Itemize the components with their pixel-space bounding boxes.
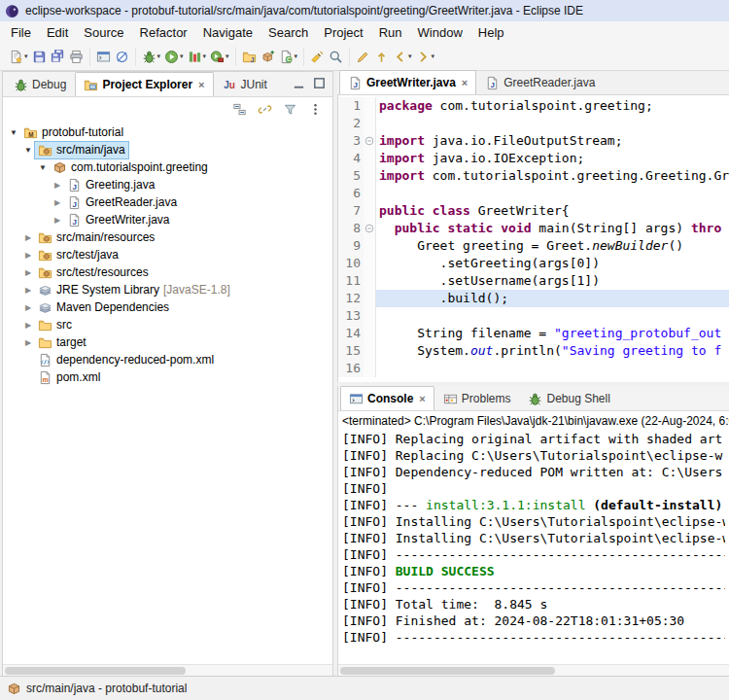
tab-console[interactable]: Console× <box>340 386 434 410</box>
code-line: 3import java.io.FileOutputStream; <box>338 132 729 150</box>
expand-arrow-icon[interactable]: ▶ <box>21 303 35 312</box>
last-edit-location-button[interactable] <box>372 48 391 66</box>
fold-marker-icon[interactable] <box>364 220 376 237</box>
close-icon[interactable]: × <box>419 393 425 404</box>
tree-item-src[interactable]: ▶src <box>3 316 332 333</box>
debug-button[interactable]: ▾ <box>140 48 163 66</box>
tab-greetreader-java[interactable]: JGreetReader.java <box>476 70 604 94</box>
dropdown-arrow-icon[interactable]: ▾ <box>24 52 28 60</box>
menu-project[interactable]: Project <box>316 22 370 43</box>
back-button[interactable]: ▾ <box>391 48 414 66</box>
code-editor[interactable]: 1package com.tutorialspoint.greeting;23i… <box>337 95 729 382</box>
console-horizontal-scrollbar[interactable] <box>338 664 729 676</box>
dropdown-arrow-icon[interactable]: ▾ <box>295 52 298 60</box>
expand-arrow-icon[interactable]: ▶ <box>21 268 35 277</box>
dropdown-arrow-icon[interactable]: ▾ <box>408 52 412 60</box>
tab-label: Problems <box>462 392 511 405</box>
view-menu-button[interactable] <box>306 100 325 119</box>
dropdown-arrow-icon[interactable]: ▾ <box>180 52 184 60</box>
tree-item-greetreader-java[interactable]: ▶JGreetReader.java <box>3 193 332 211</box>
save-all-button[interactable] <box>49 48 67 66</box>
expand-arrow-icon[interactable]: ▼ <box>36 163 50 172</box>
tree-item-protobuf-tutorial[interactable]: ▼Mprotobuf-tutorial <box>3 123 332 141</box>
expand-arrow-icon[interactable]: ▶ <box>51 198 64 207</box>
line-number: 5 <box>338 167 364 185</box>
mark-occurrences-button[interactable] <box>354 48 372 66</box>
expand-arrow-icon[interactable]: ▶ <box>21 321 35 330</box>
tree-item-src-test-resources[interactable]: ▶src/test/resources <box>3 263 332 281</box>
skip-all-breakpoints-button[interactable] <box>113 48 131 66</box>
svg-text:J: J <box>72 217 76 226</box>
code-line: 4import java.io.IOException; <box>338 150 729 167</box>
menu-refactor[interactable]: Refactor <box>132 22 195 43</box>
console-output[interactable]: [INFO] Replacing original artifact with … <box>338 429 729 664</box>
expand-arrow-icon[interactable]: ▶ <box>21 233 35 242</box>
expand-arrow-icon[interactable]: ▼ <box>21 146 35 155</box>
tab-project-explorer[interactable]: Project Explorer× <box>75 72 213 96</box>
tree-item-maven-dependencies[interactable]: ▶Maven Dependencies <box>3 298 332 316</box>
tree-item-greeting-java[interactable]: ▶JGreeting.java <box>3 176 332 193</box>
save-button[interactable] <box>30 48 49 66</box>
filter-button[interactable] <box>281 100 299 119</box>
menu-window[interactable]: Window <box>410 22 470 43</box>
tree-item-dependency-reduced-pom-xml[interactable]: dependency-reduced-pom.xml <box>3 351 332 368</box>
workbench: DebugProject Explorer×JuJUnit ▼Mprotobuf… <box>0 71 729 676</box>
tree-item-src-main-java[interactable]: ▼src/main/java <box>3 141 332 158</box>
expand-arrow-icon[interactable]: ▶ <box>21 338 35 347</box>
open-type-button[interactable] <box>308 48 327 66</box>
run-button[interactable]: ▾ <box>162 48 186 66</box>
code-line-text: .build(); <box>376 290 729 307</box>
tab-junit[interactable]: JuJUnit <box>214 72 276 96</box>
tree-item-greetwriter-java[interactable]: ▶JGreetWriter.java <box>3 211 332 228</box>
expand-arrow-icon[interactable]: ▶ <box>21 286 35 295</box>
minimize-button[interactable] <box>290 74 308 92</box>
fold-gutter <box>364 202 376 220</box>
menu-source[interactable]: Source <box>76 22 131 43</box>
forward-button[interactable]: ▾ <box>414 48 437 66</box>
menu-navigate[interactable]: Navigate <box>195 22 260 43</box>
tree-item-target[interactable]: ▶target <box>3 333 332 351</box>
tab-debug-shell[interactable]: Debug Shell <box>519 386 618 410</box>
collapse-all-button[interactable] <box>230 100 249 119</box>
menu-edit[interactable]: Edit <box>39 22 76 43</box>
expand-arrow-icon[interactable]: ▼ <box>7 128 20 137</box>
new-java-project-button[interactable]: J <box>240 48 259 66</box>
coverage-button[interactable]: ▾ <box>186 48 209 66</box>
link-with-editor-button[interactable] <box>256 100 274 119</box>
code-line: 16 <box>338 360 729 377</box>
fold-gutter <box>364 185 376 202</box>
dropdown-arrow-icon[interactable]: ▾ <box>226 52 229 60</box>
tab-problems[interactable]: Problems <box>434 386 520 410</box>
menu-run[interactable]: Run <box>371 22 410 43</box>
dropdown-arrow-icon[interactable]: ▾ <box>432 52 435 60</box>
tree-item-jre-system-library[interactable]: ▶JRE System Library [JavaSE-1.8] <box>3 281 332 298</box>
new-package-button[interactable] <box>259 48 277 66</box>
tree-item-com-tutorialspoint-greeting[interactable]: ▼com.tutorialspoint.greeting <box>3 158 332 176</box>
close-icon[interactable]: × <box>462 77 468 88</box>
external-tools-button[interactable]: ▾ <box>208 48 231 66</box>
menu-search[interactable]: Search <box>260 22 316 43</box>
fold-marker-icon[interactable] <box>364 132 376 150</box>
expand-arrow-icon[interactable]: ▶ <box>51 216 64 225</box>
explorer-horizontal-scrollbar[interactable] <box>3 664 332 676</box>
tab-debug[interactable]: Debug <box>5 72 75 96</box>
tree-item-src-test-java[interactable]: ▶src/test/java <box>3 246 332 263</box>
expand-arrow-icon[interactable]: ▶ <box>51 181 64 190</box>
maximize-button[interactable] <box>310 74 329 92</box>
print-button[interactable] <box>67 48 86 66</box>
expand-arrow-icon[interactable]: ▶ <box>21 251 35 260</box>
tree-item-src-main-resources[interactable]: ▶src/main/resources <box>3 228 332 246</box>
dropdown-arrow-icon[interactable]: ▾ <box>157 52 161 60</box>
java-file-icon: J <box>67 178 82 192</box>
search-button[interactable] <box>327 48 345 66</box>
menu-help[interactable]: Help <box>470 22 512 43</box>
open-console-button[interactable] <box>94 48 113 66</box>
close-icon[interactable]: × <box>198 79 204 90</box>
new-class-button[interactable]: C▾ <box>277 48 300 66</box>
tab-greetwriter-java[interactable]: JGreetWriter.java× <box>339 70 476 94</box>
tree-item-pom-xml[interactable]: mpom.xml <box>3 368 332 386</box>
menu-file[interactable]: File <box>3 22 39 43</box>
line-number: 15 <box>338 342 364 360</box>
dropdown-arrow-icon[interactable]: ▾ <box>203 52 207 60</box>
new-wizard-button[interactable]: ▾ <box>7 48 30 66</box>
